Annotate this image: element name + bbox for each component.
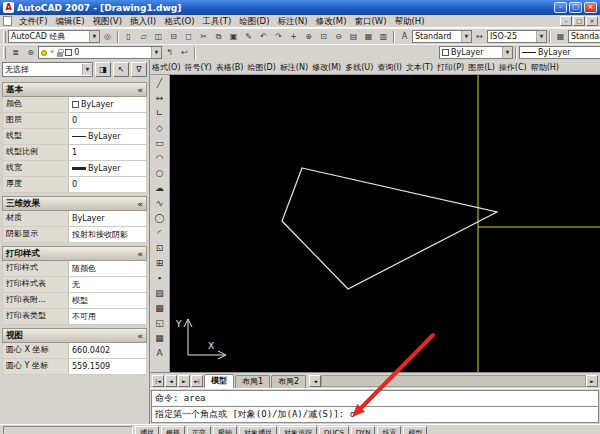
zoom-realtime-icon[interactable]: ⊕ — [301, 30, 316, 43]
menu-help[interactable]: 帮助(H) — [391, 15, 429, 28]
toggle-pickadd-icon[interactable]: ◨ — [95, 62, 111, 77]
chevron-down-icon[interactable]: ▼ — [461, 31, 471, 42]
rectangle-icon[interactable]: ▭ — [152, 136, 168, 150]
section-header-3d[interactable]: 三维效果 « — [2, 196, 147, 211]
qnew-icon[interactable]: ▯ — [121, 30, 136, 43]
polyline-icon[interactable]: ∟ — [152, 106, 168, 120]
toolbar-grip[interactable] — [3, 47, 6, 59]
xmenu-plot[interactable]: 打印(P) — [435, 62, 466, 73]
menu-draw[interactable]: 绘图(D) — [235, 15, 273, 28]
xmenu-draw[interactable]: 绘图(D) — [245, 62, 277, 73]
tab-scrollbar[interactable]: ◄ ► — [309, 375, 598, 387]
section-collapse-icon[interactable]: « — [137, 199, 143, 209]
cut-icon[interactable]: ✂ — [196, 30, 211, 43]
text-style-combo[interactable]: Standard ▼ — [412, 30, 472, 43]
zoom-previous-icon[interactable]: ⊖ — [331, 30, 346, 43]
property-row-plottable[interactable]: 打印样式表 无 — [2, 277, 147, 293]
property-row-linetype[interactable]: 线型 ByLayer — [2, 129, 147, 145]
status-ortho-button[interactable]: 正交 — [187, 426, 211, 434]
maximize-button[interactable]: □ — [569, 2, 582, 13]
layer-states-icon[interactable]: ⊛ — [23, 46, 38, 59]
status-ducs-button[interactable]: DUCS — [319, 426, 349, 434]
section-collapse-icon[interactable]: « — [137, 249, 143, 259]
mtext-icon[interactable]: A — [152, 346, 168, 360]
xmenu-mline[interactable]: 多线(U) — [343, 62, 375, 73]
tab-prev-icon[interactable]: ◄ — [165, 375, 177, 387]
dim-style-icon[interactable]: ↔ — [472, 30, 487, 43]
properties-icon[interactable]: ▤ — [346, 30, 361, 43]
layer-combo[interactable]: ☀ 0 ▼ — [38, 46, 162, 59]
spline-icon[interactable]: ∿ — [152, 196, 168, 210]
xmenu-text[interactable]: 文本(T) — [404, 62, 435, 73]
match-properties-icon[interactable]: ✎ — [241, 30, 256, 43]
circle-icon[interactable]: ○ — [152, 166, 168, 180]
ellipse-arc-icon[interactable]: ◜ — [152, 226, 168, 240]
child-restore-button[interactable]: □ — [573, 16, 585, 26]
menu-modify[interactable]: 修改(M) — [311, 15, 350, 28]
designcenter-icon[interactable]: ▦ — [361, 30, 376, 43]
make-layer-current-icon[interactable]: ↰ — [162, 46, 177, 59]
status-model-button[interactable]: 模型 — [403, 426, 427, 434]
section-collapse-icon[interactable]: « — [137, 331, 143, 341]
tab-model[interactable]: 模型 — [204, 374, 234, 388]
menu-format[interactable]: 格式(O) — [160, 15, 198, 28]
property-row-plottype[interactable]: 打印表类型 不可用 — [2, 309, 147, 325]
paste-icon[interactable]: ▣ — [226, 30, 241, 43]
menu-tools[interactable]: 工具(T) — [198, 15, 235, 28]
insert-block-icon[interactable]: ⊡ — [152, 241, 168, 255]
chevron-down-icon[interactable]: ▼ — [89, 31, 99, 42]
chevron-down-icon[interactable]: ▼ — [151, 47, 161, 58]
property-row-plotstyle[interactable]: 打印样式 随颜色 — [2, 261, 147, 277]
selection-combo[interactable]: 无选择 ▼ — [2, 62, 93, 77]
xmenu-operate[interactable]: 操作(C) — [497, 62, 529, 73]
xmenu-modify[interactable]: 修改(M) — [310, 62, 343, 73]
section-header-plotstyle[interactable]: 打印样式 « — [2, 246, 147, 261]
status-dyn-button[interactable]: DYN — [351, 426, 376, 434]
xmenu-dimension[interactable]: 标注(N) — [278, 62, 310, 73]
xmenu-table[interactable]: 表格(B) — [214, 62, 246, 73]
property-row-thickness[interactable]: 厚度 0 — [2, 177, 147, 193]
point-icon[interactable]: ∙ — [152, 271, 168, 285]
tab-first-icon[interactable]: |◄ — [152, 375, 164, 387]
tab-last-icon[interactable]: ►| — [191, 375, 203, 387]
menu-insert[interactable]: 插入(I) — [126, 15, 160, 28]
tab-next-icon[interactable]: ► — [178, 375, 190, 387]
plot-icon[interactable]: ⊟ — [166, 30, 181, 43]
scrollbar-track[interactable] — [321, 375, 586, 387]
layer-properties-icon[interactable]: ≣ — [8, 46, 23, 59]
workspace-settings-icon[interactable]: ◎ — [100, 30, 115, 43]
scroll-left-icon[interactable]: ◄ — [309, 375, 321, 387]
plot-preview-icon[interactable]: ◻ — [181, 30, 196, 43]
section-header-general[interactable]: 基本 « — [2, 82, 147, 97]
table-icon[interactable]: ▦ — [152, 331, 168, 345]
drawing-file-icon[interactable] — [3, 16, 12, 26]
xmenu-help[interactable]: 帮助(H) — [529, 62, 561, 73]
select-objects-icon[interactable]: ↖ — [113, 62, 129, 77]
property-row-color[interactable]: 颜色 ByLayer — [2, 97, 147, 113]
close-button[interactable]: × — [584, 2, 597, 13]
property-row-ltscale[interactable]: 线型比例 1 — [2, 145, 147, 161]
redo-icon[interactable]: ↷ — [271, 30, 286, 43]
status-grid-button[interactable]: 栅格 — [161, 426, 185, 434]
property-row-layer[interactable]: 图层 0 — [2, 113, 147, 129]
section-collapse-icon[interactable]: « — [137, 85, 143, 95]
hatch-icon[interactable]: ▨ — [152, 286, 168, 300]
tab-layout1[interactable]: 布局1 — [235, 375, 270, 388]
status-osnap-button[interactable]: 对象捕捉 — [239, 426, 277, 434]
color-combo[interactable]: ByLayer ▼ — [439, 46, 513, 59]
xmenu-inquiry[interactable]: 查询(I) — [375, 62, 404, 73]
command-history[interactable]: 命令: area — [151, 390, 599, 406]
toolbar-grip[interactable] — [3, 31, 6, 43]
property-row-shadow[interactable]: 阴影显示 投射和接收阴影 — [2, 227, 147, 243]
chevron-down-icon[interactable]: ▼ — [82, 64, 92, 75]
gradient-icon[interactable]: ▩ — [152, 301, 168, 315]
command-input[interactable]: 指定第一个角点或 [对象(O)/加(A)/减(S)]: o — [151, 406, 599, 423]
property-row-lineweight[interactable]: 线宽 ByLayer — [2, 161, 147, 177]
menu-view[interactable]: 视图(V) — [89, 15, 126, 28]
xmenu-layer[interactable]: 图层(L) — [466, 62, 497, 73]
toolpalettes-icon[interactable]: ▥ — [376, 30, 391, 43]
scroll-right-icon[interactable]: ► — [586, 375, 598, 387]
layer-previous-icon[interactable]: ↩ — [177, 46, 192, 59]
menu-file[interactable]: 文件(F) — [15, 15, 52, 28]
revcloud-icon[interactable]: ☁ — [152, 181, 168, 195]
